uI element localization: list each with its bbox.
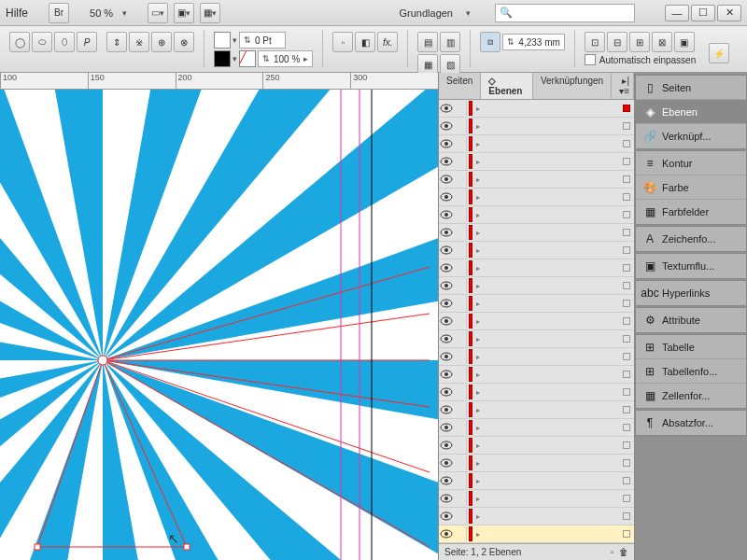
crop-icon[interactable]: ⧈ [480, 32, 500, 52]
delete-layer-icon[interactable]: 🗑 [619, 547, 628, 557]
tool-icon[interactable]: ⬯ [54, 32, 75, 52]
visibility-icon[interactable] [439, 136, 454, 151]
visibility-icon[interactable] [439, 154, 454, 169]
selection-box[interactable] [623, 211, 630, 218]
dock-textumflu[interactable]: ▣Textumflu... [636, 254, 746, 278]
visibility-icon[interactable] [439, 402, 454, 417]
flash-icon[interactable]: ⚡ [709, 43, 729, 63]
disclosure-icon[interactable]: ▸ [474, 175, 482, 184]
visibility-icon[interactable] [439, 296, 454, 311]
minimize-button[interactable]: — [665, 5, 689, 21]
dock-zeichenfo[interactable]: AZeichenfo... [636, 227, 746, 251]
lock-slot[interactable] [456, 509, 467, 524]
disclosure-icon[interactable]: ▸ [474, 477, 482, 485]
lock-slot[interactable] [456, 225, 467, 240]
selection-box[interactable] [623, 353, 630, 360]
selection-box[interactable] [623, 388, 630, 396]
selection-box[interactable] [623, 105, 630, 112]
selection-box[interactable] [623, 512, 630, 520]
layer-row[interactable]: ▸ [439, 437, 634, 455]
selection-box[interactable] [623, 264, 630, 272]
layer-row[interactable]: ▸ [439, 508, 634, 525]
disclosure-icon[interactable]: ▸ [474, 371, 482, 379]
workspace-dropdown[interactable]: Grundlagen▾ [396, 7, 475, 19]
stroke-swatch[interactable] [214, 50, 231, 67]
layer-row[interactable]: ▸ [439, 366, 634, 384]
fit-icon[interactable]: ▣ [674, 32, 695, 52]
layer-row[interactable]: ▸ [439, 348, 634, 366]
tool-icon[interactable]: ⊗ [174, 32, 194, 52]
tab-seiten[interactable]: Seiten [439, 73, 481, 99]
lock-slot[interactable] [456, 101, 467, 116]
fx-button[interactable]: fx. [377, 32, 398, 52]
dock-tabelle[interactable]: ⊞Tabelle [636, 335, 746, 359]
disclosure-icon[interactable]: ▸ [474, 229, 482, 237]
layer-row[interactable]: ▸ [439, 313, 634, 330]
visibility-icon[interactable] [439, 438, 454, 453]
disclosure-icon[interactable]: ▸ [474, 530, 482, 539]
wrap-icon[interactable]: ▦ [417, 54, 438, 75]
selection-box[interactable] [623, 530, 630, 538]
lock-slot[interactable] [456, 260, 467, 275]
disclosure-icon[interactable]: ▸ [474, 459, 482, 468]
visibility-icon[interactable] [439, 509, 454, 524]
zoom-dropdown[interactable]: 50 %▾ [86, 7, 131, 19]
stroke-weight-field[interactable]: ⇅0 Pt [239, 32, 286, 49]
layer-row[interactable]: ▸ [439, 224, 634, 242]
visibility-icon[interactable] [439, 455, 454, 470]
selection-box[interactable] [623, 158, 630, 165]
selection-box[interactable] [623, 424, 630, 431]
selection-box[interactable] [623, 193, 630, 201]
disclosure-icon[interactable]: ▸ [474, 158, 482, 166]
effects-icon[interactable]: ◧ [355, 32, 375, 52]
dock-tabellenfo[interactable]: ⊞Tabellenfo... [636, 359, 746, 384]
measure-field[interactable]: ⇅4,233 mm [502, 34, 564, 50]
selection-box[interactable] [623, 335, 630, 343]
tab-verknupfungen[interactable]: Verknüpfungen [533, 73, 612, 99]
dock-kontur[interactable]: ≡Kontur [636, 151, 746, 175]
search-input[interactable]: 🔍 [495, 4, 635, 22]
layer-row[interactable]: ▸ [439, 490, 634, 508]
selection-box[interactable] [623, 317, 630, 325]
disclosure-icon[interactable]: ▸ [474, 495, 482, 503]
effects-icon[interactable]: ▫ [332, 32, 353, 52]
lock-slot[interactable] [456, 189, 467, 204]
tool-icon[interactable]: ⬭ [32, 32, 52, 52]
visibility-icon[interactable] [439, 367, 454, 382]
disclosure-icon[interactable]: ▸ [474, 193, 482, 202]
visibility-icon[interactable] [439, 473, 454, 488]
dock-farbfelder[interactable]: ▦Farbfelder [636, 200, 746, 224]
layer-row[interactable]: ▸ [439, 135, 634, 153]
tool-icon[interactable]: ※ [129, 32, 149, 52]
layer-row[interactable]: ▸ [439, 242, 634, 259]
selection-box[interactable] [623, 300, 630, 307]
layer-row[interactable]: ▸ [439, 384, 634, 401]
dock-attribute[interactable]: ⚙Attribute [636, 308, 746, 332]
layer-row[interactable]: ▸ [439, 419, 634, 437]
view-options-button[interactable]: ▭▾ [148, 3, 168, 23]
disclosure-icon[interactable]: ▸ [474, 282, 482, 290]
layer-row[interactable]: ▸ [439, 401, 634, 419]
lock-slot[interactable] [456, 526, 467, 541]
tab-ebenen[interactable]: ◇ Ebenen [481, 73, 533, 99]
visibility-icon[interactable] [439, 172, 454, 187]
disclosure-icon[interactable]: ▸ [474, 140, 482, 148]
tool-icon[interactable]: ⇕ [106, 32, 127, 52]
layer-row[interactable]: ▸ [439, 472, 634, 490]
layer-row[interactable]: ▸ [439, 118, 634, 135]
selection-box[interactable] [623, 477, 630, 484]
lock-slot[interactable] [456, 136, 467, 151]
disclosure-icon[interactable]: ▸ [474, 300, 482, 308]
fit-icon[interactable]: ⊡ [585, 32, 605, 52]
close-button[interactable]: ✕ [717, 5, 741, 21]
visibility-icon[interactable] [439, 119, 454, 133]
fit-icon[interactable]: ⊟ [607, 32, 627, 52]
dock-absatzfor[interactable]: ¶Absatzfor... [636, 411, 746, 435]
layer-row[interactable]: ▸ [439, 330, 634, 348]
lock-slot[interactable] [456, 207, 467, 222]
lock-slot[interactable] [456, 367, 467, 382]
layer-row[interactable]: ▸ [439, 277, 634, 295]
wrap-icon[interactable]: ▤ [417, 32, 438, 52]
disclosure-icon[interactable]: ▸ [474, 264, 482, 273]
lock-slot[interactable] [456, 491, 467, 506]
